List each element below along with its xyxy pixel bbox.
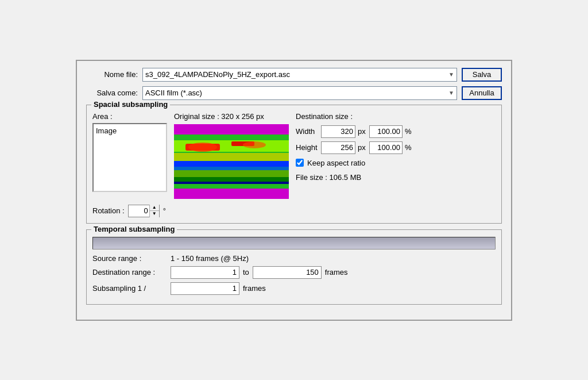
width-pct-symbol: % <box>405 127 412 136</box>
svg-rect-1 <box>174 124 289 135</box>
rotation-spinner: ▲ ▼ <box>128 205 160 217</box>
temporal-slider[interactable] <box>92 237 496 250</box>
svg-rect-14 <box>174 182 289 184</box>
svg-rect-2 <box>174 189 289 199</box>
filename-row: Nome file: s3_092_4LAMPADENoPly_5HZ_expo… <box>86 68 502 82</box>
dest-to-text: to <box>243 268 249 277</box>
dest-from-input[interactable] <box>171 266 239 279</box>
saveas-value: ASCII film (*.asc) <box>145 89 202 97</box>
filesize-label: File size : 106.5 MB <box>296 173 361 182</box>
dest-frames-text: frames <box>325 268 348 277</box>
filesize-row: File size : 106.5 MB <box>296 173 496 182</box>
subsampling-frames-text: frames <box>243 284 266 293</box>
dest-size-label: Destination size : <box>296 112 496 121</box>
svg-point-12 <box>188 143 217 152</box>
width-label: Width <box>296 127 319 136</box>
width-pct-input[interactable] <box>369 125 403 138</box>
spacial-section-label: Spacial subsampling <box>91 100 170 109</box>
spinner-arrows: ▲ ▼ <box>149 205 159 217</box>
filename-value: s3_092_4LAMPADENoPly_5HZ_export.asc <box>145 70 290 79</box>
spacial-content: Area : Image Original size : 320 x 256 p… <box>92 112 496 199</box>
thermal-svg <box>174 124 289 199</box>
area-label: Area : <box>92 112 167 121</box>
keep-aspect-checkbox[interactable] <box>296 159 304 167</box>
height-pct-symbol: % <box>405 143 412 152</box>
saveas-label: Salva come: <box>86 89 138 97</box>
subsampling-input[interactable] <box>171 282 239 295</box>
dest-range-row: Destination range : to frames <box>92 266 496 279</box>
spacial-section: Spacial subsampling Area : Image Origina… <box>86 105 502 224</box>
filename-combo[interactable]: s3_092_4LAMPADENoPly_5HZ_export.asc ▼ <box>142 68 457 82</box>
preview-col: Original size : 320 x 256 px <box>174 112 289 199</box>
width-row: Width px % <box>296 125 496 138</box>
source-range-value: 1 - 150 frames (@ 5Hz) <box>171 254 249 263</box>
rotation-row: Rotation : ▲ ▼ ° <box>92 205 496 217</box>
filename-dropdown-arrow: ▼ <box>448 71 454 78</box>
spin-up-button[interactable]: ▲ <box>150 205 159 211</box>
width-unit: px <box>358 127 367 136</box>
original-size-label: Original size : 320 x 256 px <box>174 112 289 121</box>
rotation-label: Rotation : <box>92 206 125 215</box>
height-label: Height <box>296 143 319 152</box>
source-range-row: Source range : 1 - 150 frames (@ 5Hz) <box>92 254 496 263</box>
source-range-label: Source range : <box>92 254 167 263</box>
saveas-dropdown-arrow: ▼ <box>448 90 454 96</box>
height-row: Height px % <box>296 141 496 154</box>
main-dialog: Nome file: s3_092_4LAMPADENoPly_5HZ_expo… <box>76 60 512 321</box>
keep-aspect-label: Keep aspect ratio <box>307 159 365 167</box>
svg-rect-10 <box>174 170 289 177</box>
degree-symbol: ° <box>163 206 166 215</box>
rotation-value-input[interactable] <box>129 206 149 215</box>
svg-rect-9 <box>174 167 289 170</box>
subsampling-row: Subsampling 1 / frames <box>92 282 496 295</box>
height-input[interactable] <box>321 141 355 154</box>
keep-aspect-row: Keep aspect ratio <box>296 159 496 167</box>
width-input[interactable] <box>321 125 355 138</box>
cancel-button[interactable]: Annulla <box>462 86 502 100</box>
height-unit: px <box>358 143 367 152</box>
spin-down-button[interactable]: ▼ <box>150 211 159 217</box>
area-listbox-item: Image <box>96 126 117 135</box>
thermal-preview <box>174 124 289 199</box>
dest-to-input[interactable] <box>253 266 322 279</box>
temporal-section: Temporal subsampling Source range : 1 - … <box>86 229 502 305</box>
dest-range-label: Destination range : <box>92 268 167 277</box>
dest-col: Destination size : Width px % Height px … <box>296 112 496 199</box>
area-col: Area : Image <box>92 112 167 199</box>
saveas-combo[interactable]: ASCII film (*.asc) ▼ <box>142 86 457 100</box>
filename-label: Nome file: <box>86 70 138 79</box>
saveas-row: Salva come: ASCII film (*.asc) ▼ Annulla <box>86 86 502 100</box>
svg-point-13 <box>243 141 266 148</box>
svg-rect-8 <box>174 161 289 167</box>
svg-rect-7 <box>174 153 289 161</box>
area-listbox[interactable]: Image <box>92 123 167 192</box>
subsampling-label: Subsampling 1 / <box>92 284 167 293</box>
temporal-section-label: Temporal subsampling <box>91 225 177 233</box>
height-pct-input[interactable] <box>369 141 403 154</box>
save-button[interactable]: Salva <box>462 68 502 82</box>
